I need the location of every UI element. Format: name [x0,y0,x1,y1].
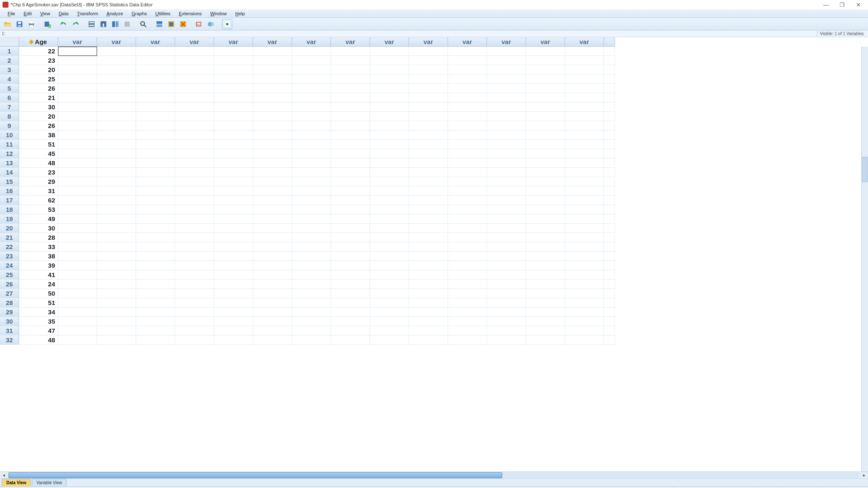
cell-empty[interactable] [97,261,136,270]
cell-empty[interactable] [487,112,526,121]
cell-empty[interactable] [292,326,331,336]
cell-empty[interactable] [175,149,214,158]
cell-empty[interactable] [136,130,175,140]
cell-empty[interactable] [565,242,604,252]
show-all-variables-icon[interactable] [222,19,232,29]
cell-empty[interactable] [214,158,253,168]
cell-empty[interactable] [409,130,448,140]
cell-empty[interactable] [58,47,97,56]
cell-empty[interactable] [253,65,292,75]
cell-age[interactable]: 35 [19,317,58,326]
cell-empty[interactable] [331,130,370,140]
cell-empty[interactable] [565,326,604,336]
cell-empty[interactable] [448,326,487,336]
cell-reference[interactable]: 1: [2,31,27,36]
cell-empty[interactable] [97,233,136,242]
cell-empty[interactable] [487,326,526,336]
row-header[interactable]: 21 [0,233,19,242]
cell-empty[interactable] [58,56,97,65]
cell-empty[interactable] [175,298,214,308]
column-header-var[interactable]: var [97,37,136,47]
row-header[interactable]: 10 [0,130,19,140]
hscroll-left-icon[interactable]: ◄ [1,472,7,478]
cell-empty[interactable] [136,196,175,205]
cell-empty[interactable] [214,121,253,130]
cell-empty[interactable] [253,56,292,65]
cell-empty[interactable] [370,140,409,149]
cell-empty[interactable] [409,47,448,56]
cell-empty[interactable] [526,224,565,233]
cell-empty[interactable] [487,233,526,242]
cell-empty[interactable] [253,149,292,158]
cell-empty[interactable] [526,289,565,298]
cell-empty[interactable] [331,261,370,270]
cell-empty[interactable] [292,158,331,168]
cell-empty[interactable] [136,168,175,177]
cell-empty[interactable] [97,270,136,280]
cell-empty[interactable] [487,75,526,84]
cell-empty[interactable] [136,56,175,65]
cell-empty[interactable] [565,205,604,214]
cell-empty[interactable] [409,205,448,214]
cell-empty[interactable] [565,317,604,326]
cell-empty[interactable] [214,233,253,242]
cell-empty[interactable] [370,177,409,186]
cell-empty[interactable] [565,186,604,196]
cell-age[interactable]: 38 [19,252,58,261]
cell-empty[interactable] [292,270,331,280]
cell-empty[interactable] [292,140,331,149]
cell-empty[interactable] [370,242,409,252]
cell-empty[interactable] [175,289,214,298]
cell-empty[interactable] [565,336,604,345]
cell-empty[interactable] [565,224,604,233]
cell-empty[interactable] [565,140,604,149]
cell-age[interactable]: 24 [19,280,58,289]
cell-empty[interactable] [448,47,487,56]
cell-empty[interactable] [292,75,331,84]
cell-empty[interactable] [253,326,292,336]
cell-empty[interactable] [565,75,604,84]
cell-empty[interactable] [526,93,565,103]
cell-empty[interactable] [487,103,526,112]
cell-empty[interactable] [136,298,175,308]
cell-empty[interactable] [214,168,253,177]
menu-view[interactable]: View [36,10,55,17]
cell-empty[interactable] [526,233,565,242]
cell-empty[interactable] [214,84,253,93]
cell-empty[interactable] [97,336,136,345]
cell-empty[interactable] [331,336,370,345]
close-button[interactable]: ✕ [855,2,861,8]
cell-empty[interactable] [526,214,565,224]
cell-age[interactable]: 22 [19,47,58,56]
hscroll-track[interactable] [8,472,860,478]
cell-empty[interactable] [175,233,214,242]
cell-empty[interactable] [175,65,214,75]
find-icon[interactable] [138,19,148,29]
cell-empty[interactable] [58,177,97,186]
column-header-var[interactable]: var [487,37,526,47]
cell-empty[interactable] [58,252,97,261]
value-labels-icon[interactable]: A1 [194,19,204,29]
cell-empty[interactable] [97,224,136,233]
open-icon[interactable] [3,19,13,29]
cell-empty[interactable] [214,242,253,252]
cell-age[interactable]: 38 [19,130,58,140]
tab-variable-view[interactable]: Variable View [32,479,67,486]
cell-empty[interactable] [487,121,526,130]
cell-empty[interactable] [331,84,370,93]
cell-empty[interactable] [97,140,136,149]
use-sets-icon[interactable] [206,19,216,29]
cell-empty[interactable] [526,205,565,214]
cell-empty[interactable] [448,149,487,158]
cell-empty[interactable] [331,158,370,168]
cell-empty[interactable] [448,84,487,93]
cell-empty[interactable] [448,121,487,130]
cell-empty[interactable] [448,186,487,196]
cell-empty[interactable] [58,326,97,336]
cell-empty[interactable] [214,214,253,224]
cell-empty[interactable] [409,75,448,84]
cell-empty[interactable] [253,336,292,345]
cell-empty[interactable] [370,47,409,56]
cell-empty[interactable] [253,196,292,205]
cell-empty[interactable] [253,317,292,326]
